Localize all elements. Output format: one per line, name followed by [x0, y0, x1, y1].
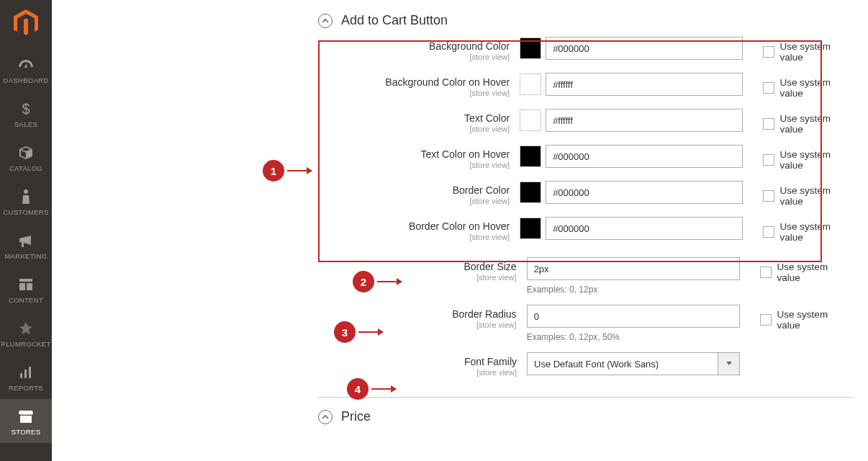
annotation-1: 1	[263, 160, 312, 182]
use-system-checkbox[interactable]	[763, 190, 774, 202]
collapse-icon[interactable]	[318, 410, 333, 424]
sidebar-item-label: CATALOG	[9, 164, 42, 172]
field-scope: [store view]	[318, 233, 510, 241]
sidebar-item-plumrocket[interactable]: PLUMROCKET	[0, 311, 52, 355]
sidebar-item-reports[interactable]: REPORTS	[0, 355, 52, 399]
bg-color-hover-input[interactable]	[546, 73, 743, 96]
field-border-color-hover: Border Color on Hover [store view] Use s…	[318, 217, 854, 243]
sidebar-item-label: PLUMROCKET	[1, 340, 51, 348]
border-color-hover-input[interactable]	[546, 217, 743, 240]
sidebar-item-catalog[interactable]: CATALOG	[0, 135, 52, 179]
color-swatch[interactable]	[520, 109, 541, 131]
section-add-to-cart: Add to Cart Button Background Color [sto…	[318, 13, 854, 377]
sidebar-item-content[interactable]: CONTENT	[0, 267, 52, 311]
dollar-icon: $	[21, 100, 31, 117]
field-font-family: Font Family [store view] Use Default Fon…	[318, 352, 854, 377]
field-scope: [store view]	[318, 161, 510, 169]
field-scope: [store view]	[318, 53, 510, 61]
svg-text:$: $	[22, 101, 30, 117]
section-header[interactable]: Price	[318, 409, 854, 424]
border-radius-input[interactable]	[527, 305, 740, 328]
section-divider	[318, 397, 854, 398]
color-swatch[interactable]	[520, 182, 541, 203]
select-value: Use Default Font (Work Sans)	[534, 359, 659, 370]
section-price: Price	[318, 409, 854, 424]
arrow-right-icon	[287, 170, 312, 171]
main-content: Add to Cart Button Background Color [sto…	[52, 0, 868, 461]
field-bg-color: Background Color [store view] Use system…	[318, 37, 854, 63]
use-system-label: Use system value	[777, 261, 854, 283]
arrow-right-icon	[377, 281, 402, 282]
annotation-2: 2	[353, 271, 402, 292]
field-label: Text Color on Hover	[420, 148, 510, 160]
section-title: Add to Cart Button	[341, 13, 448, 28]
use-system-label: Use system value	[780, 185, 854, 207]
sidebar-item-sales[interactable]: $ SALES	[0, 91, 52, 135]
field-label: Border Color on Hover	[409, 220, 510, 232]
use-system-label: Use system value	[777, 309, 854, 331]
field-hint: Examples: 0, 12px	[527, 285, 740, 295]
collapse-icon[interactable]	[318, 14, 333, 28]
color-swatch[interactable]	[520, 73, 541, 95]
dashboard-icon	[18, 56, 34, 73]
color-swatch[interactable]	[520, 37, 541, 59]
color-swatch[interactable]	[520, 146, 541, 167]
use-system-label: Use system value	[780, 77, 854, 99]
box-icon	[18, 144, 34, 161]
border-size-input[interactable]	[527, 257, 740, 280]
field-scope: [store view]	[318, 125, 510, 133]
text-color-input[interactable]	[546, 109, 743, 132]
sidebar-item-marketing[interactable]: MARKETING	[0, 223, 52, 267]
field-text-color-hover: Text Color on Hover [store view] Use sys…	[318, 145, 854, 171]
annotation-number: 1	[263, 160, 284, 182]
sidebar-item-label: STORES	[12, 428, 41, 436]
use-system-checkbox[interactable]	[760, 314, 772, 326]
field-label: Background Color	[429, 40, 510, 52]
use-system-checkbox[interactable]	[763, 118, 774, 130]
annotation-number: 3	[334, 321, 356, 343]
sidebar-item-label: CUSTOMERS	[3, 208, 48, 216]
section-title: Price	[341, 409, 371, 424]
font-family-select[interactable]: Use Default Font (Work Sans)	[527, 352, 740, 375]
use-system-label: Use system value	[780, 221, 854, 243]
section-header[interactable]: Add to Cart Button	[318, 13, 854, 28]
annotation-4: 4	[347, 378, 396, 400]
annotation-number: 4	[347, 378, 369, 400]
sidebar-item-customers[interactable]: CUSTOMERS	[0, 179, 52, 223]
field-scope: [store view]	[318, 197, 510, 205]
use-system-checkbox[interactable]	[763, 82, 774, 94]
text-color-hover-input[interactable]	[546, 145, 743, 168]
sidebar-item-stores[interactable]: STORES	[0, 399, 52, 443]
field-hint: Examples: 0, 12px, 50%	[527, 332, 740, 342]
sidebar-item-dashboard[interactable]: DASHBOARD	[0, 48, 52, 91]
magento-logo[interactable]	[12, 9, 40, 37]
use-system-label: Use system value	[780, 113, 854, 135]
field-label: Background Color on Hover	[385, 76, 510, 88]
use-system-label: Use system value	[780, 149, 854, 171]
bg-color-input[interactable]	[546, 37, 743, 60]
megaphone-icon	[18, 232, 34, 249]
arrow-right-icon	[358, 331, 383, 333]
color-swatch[interactable]	[520, 218, 541, 239]
sidebar-item-label: CONTENT	[9, 296, 43, 304]
arrow-right-icon	[371, 388, 396, 390]
field-scope: [store view]	[318, 89, 510, 97]
field-label: Text Color	[464, 112, 510, 124]
field-label: Border Color	[453, 184, 510, 196]
sidebar-item-label: REPORTS	[9, 384, 43, 392]
use-system-checkbox[interactable]	[760, 267, 772, 278]
stores-icon	[18, 408, 34, 425]
field-bg-color-hover: Background Color on Hover [store view] U…	[318, 73, 854, 99]
sidebar-item-label: SALES	[14, 120, 37, 128]
use-system-checkbox[interactable]	[763, 226, 774, 238]
use-system-checkbox[interactable]	[763, 46, 774, 58]
field-text-color: Text Color [store view] Use system value	[318, 109, 854, 135]
border-color-input[interactable]	[546, 181, 743, 204]
field-scope: [store view]	[318, 368, 517, 377]
field-label: Border Radius	[452, 308, 517, 320]
sidebar-item-label: DASHBOARD	[4, 76, 49, 84]
barchart-icon	[19, 364, 33, 381]
layout-icon	[19, 276, 33, 293]
chevron-down-icon	[718, 353, 739, 375]
use-system-checkbox[interactable]	[763, 154, 774, 166]
